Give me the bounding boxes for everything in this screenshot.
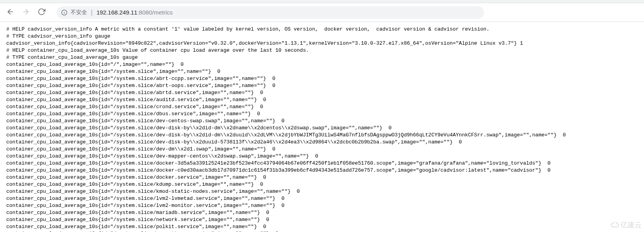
url-text: 192.168.249.11:8080/metrics [96, 9, 172, 16]
url-path: :8080/metrics [137, 9, 172, 16]
reload-button[interactable] [34, 5, 49, 20]
watermark: 亿速云 [610, 220, 642, 230]
arrow-right-icon [22, 8, 30, 17]
metrics-output: # HELP cadvisor_version_info A metric wi… [0, 22, 644, 232]
address-bar[interactable]: 不安全 | 192.168.249.11:8080/metrics [56, 6, 484, 19]
forward-button[interactable] [19, 5, 33, 20]
security-status-text: 不安全 [71, 9, 87, 16]
url-host: 192.168.249.11 [96, 9, 137, 16]
info-icon[interactable] [61, 9, 67, 16]
address-divider: | [91, 9, 93, 16]
reload-icon [38, 8, 45, 17]
tab-strip-edge [0, 0, 644, 3]
arrow-left-icon [6, 8, 14, 17]
back-button[interactable] [3, 5, 17, 20]
watermark-text: 亿速云 [620, 220, 642, 230]
cloud-icon [610, 221, 620, 229]
browser-toolbar: 不安全 | 192.168.249.11:8080/metrics [0, 3, 644, 22]
